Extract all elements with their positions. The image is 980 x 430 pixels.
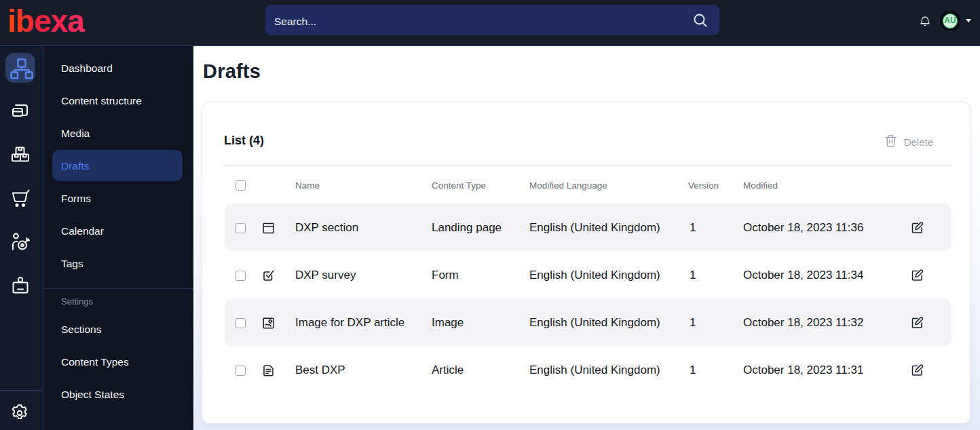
- svg-text:ibexa: ibexa: [10, 9, 85, 37]
